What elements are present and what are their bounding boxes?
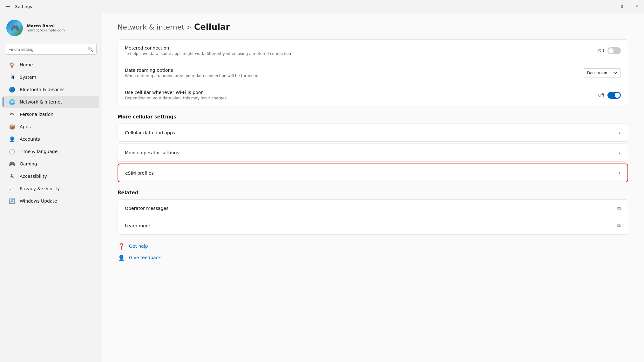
sidebar-item-apps[interactable]: 📦Apps (3, 121, 99, 133)
title-bar: ← Settings — ⧉ ✕ (0, 0, 644, 13)
app-body: 🎮 Marco Rossi marco@example.com 🔍 🏠Home🖥… (0, 13, 644, 362)
search-icon: 🔍 (88, 47, 93, 52)
data-roaming-title: Data roaming options (125, 68, 583, 73)
esim-profiles-card: eSIM profiles › (118, 164, 628, 182)
personalization-nav-icon: ✏️ (9, 111, 15, 117)
operator-messages-label: Operator messages (125, 206, 168, 211)
get-help-label[interactable]: Get help (129, 244, 148, 249)
use-cellular-right: Off (598, 92, 621, 99)
sidebar-item-label-privacy: Privacy & security (20, 186, 60, 191)
sidebar-item-privacy[interactable]: 🛡Privacy & security (3, 183, 99, 195)
sidebar-item-label-gaming: Gaming (20, 161, 37, 166)
sidebar-item-home[interactable]: 🏠Home (3, 59, 99, 71)
sidebar-item-accessibility[interactable]: ♿Accessibility (3, 170, 99, 182)
esim-profiles-label: eSIM profiles (125, 171, 154, 176)
sidebar-item-gaming[interactable]: 🎮Gaming (3, 158, 99, 170)
give-feedback-item[interactable]: 👤 Give feedback (118, 254, 628, 261)
network-nav-icon: 🌐 (9, 99, 15, 105)
sidebar-item-windows-update[interactable]: 🔄Windows Update (3, 195, 99, 207)
sidebar-item-accounts[interactable]: 👤Accounts (3, 133, 99, 145)
get-help-icon: ❓ (118, 242, 125, 250)
mobile-operator-chevron: › (619, 150, 621, 156)
main-content: Network & internet > Cellular Metered co… (102, 13, 644, 362)
give-feedback-icon: 👤 (118, 254, 125, 261)
related-card: Operator messages ⧉ Learn more ⧉ (118, 199, 628, 235)
cellular-data-label: Cellular data and apps (125, 130, 175, 135)
sidebar-item-network[interactable]: 🌐Network & internet (3, 96, 99, 108)
sidebar-item-label-windows-update: Windows Update (20, 198, 57, 204)
use-cellular-row: Use cellular whenever Wi-Fi is poor Depe… (118, 84, 628, 106)
more-cellular-heading: More cellular settings (118, 114, 628, 120)
cellular-data-card: Cellular data and apps › (118, 124, 628, 142)
user-name: Marco Rossi (27, 23, 65, 28)
related-heading: Related (118, 190, 628, 196)
windows-update-nav-icon: 🔄 (9, 198, 15, 204)
sidebar-item-label-network: Network & internet (20, 99, 62, 104)
window-title: Settings (15, 4, 32, 9)
nav-list: 🏠Home🖥System🔵Bluetooth & devices🌐Network… (0, 58, 102, 207)
use-cellular-left: Use cellular whenever Wi-Fi is poor Depe… (125, 90, 598, 100)
apps-nav-icon: 📦 (9, 124, 15, 130)
back-button[interactable]: ← (4, 2, 12, 11)
user-info: Marco Rossi marco@example.com (27, 23, 65, 32)
data-roaming-desc: When entering a roaming area, your data … (125, 74, 583, 78)
sidebar-item-label-bluetooth: Bluetooth & devices (20, 87, 64, 92)
sidebar-item-label-home: Home (20, 62, 33, 67)
sidebar-item-label-apps: Apps (20, 124, 31, 129)
use-cellular-title: Use cellular whenever Wi-Fi is poor (125, 90, 598, 95)
avatar: 🎮 (6, 20, 23, 36)
home-nav-icon: 🏠 (9, 62, 15, 68)
use-cellular-toggle[interactable] (607, 92, 621, 99)
sidebar-item-label-accessibility: Accessibility (20, 174, 47, 179)
accounts-nav-icon: 👤 (9, 136, 15, 142)
use-cellular-desc: Depending on your data plan, this may in… (125, 96, 598, 100)
metered-connection-desc: To help save data, some apps might work … (125, 51, 598, 56)
give-feedback-label[interactable]: Give feedback (129, 255, 161, 260)
metered-connection-right: Off (598, 47, 621, 54)
privacy-nav-icon: 🛡 (9, 185, 15, 192)
time-nav-icon: 🕐 (9, 148, 15, 155)
metered-connection-toggle[interactable] (607, 47, 621, 54)
search-input[interactable] (9, 47, 85, 52)
learn-more-row[interactable]: Learn more ⧉ (118, 217, 628, 234)
learn-more-external-icon: ⧉ (617, 223, 621, 229)
accessibility-nav-icon: ♿ (9, 173, 15, 179)
sidebar-item-time[interactable]: 🕐Time & language (3, 145, 99, 158)
close-button[interactable]: ✕ (629, 0, 644, 13)
metered-connection-title: Metered connection (125, 45, 598, 50)
top-settings-card: Metered connection To help save data, so… (118, 39, 628, 106)
cellular-data-row[interactable]: Cellular data and apps › (118, 124, 628, 141)
sidebar-item-bluetooth[interactable]: 🔵Bluetooth & devices (3, 84, 99, 96)
footer-links: ❓ Get help 👤 Give feedback (118, 242, 628, 261)
breadcrumb-parent[interactable]: Network & internet (118, 23, 184, 31)
sidebar-item-label-system: System (20, 75, 36, 80)
sidebar-item-label-time: Time & language (20, 149, 58, 154)
metered-connection-state: Off (598, 48, 604, 53)
data-roaming-dropdown[interactable]: Don't roam Roam Always roam (583, 68, 621, 77)
esim-profiles-chevron: › (619, 170, 620, 176)
sidebar-item-personalization[interactable]: ✏️Personalization (3, 108, 99, 120)
user-profile: 🎮 Marco Rossi marco@example.com (0, 16, 102, 43)
metered-connection-row: Metered connection To help save data, so… (118, 40, 628, 62)
bluetooth-nav-icon: 🔵 (9, 86, 15, 93)
data-roaming-left: Data roaming options When entering a roa… (125, 68, 583, 78)
minimize-button[interactable]: — (600, 0, 615, 13)
sidebar-item-label-personalization: Personalization (20, 112, 53, 117)
mobile-operator-label: Mobile operator settings (125, 150, 179, 155)
maximize-button[interactable]: ⧉ (615, 0, 629, 13)
operator-messages-external-icon: ⧉ (617, 205, 621, 211)
sidebar-item-system[interactable]: 🖥System (3, 71, 99, 83)
breadcrumb: Network & internet > Cellular (118, 22, 628, 32)
operator-messages-row[interactable]: Operator messages ⧉ (118, 200, 628, 217)
gaming-nav-icon: 🎮 (9, 161, 15, 167)
learn-more-label: Learn more (125, 223, 150, 228)
esim-profiles-row[interactable]: eSIM profiles › (118, 164, 627, 182)
search-box[interactable]: 🔍 (5, 44, 97, 55)
use-cellular-state: Off (598, 93, 604, 97)
breadcrumb-current: Cellular (194, 22, 230, 32)
sidebar-item-label-accounts: Accounts (20, 137, 40, 142)
get-help-item[interactable]: ❓ Get help (118, 242, 628, 250)
titlebar-left: ← Settings (4, 2, 32, 11)
mobile-operator-row[interactable]: Mobile operator settings › (118, 144, 628, 161)
metered-connection-left: Metered connection To help save data, so… (125, 45, 598, 56)
